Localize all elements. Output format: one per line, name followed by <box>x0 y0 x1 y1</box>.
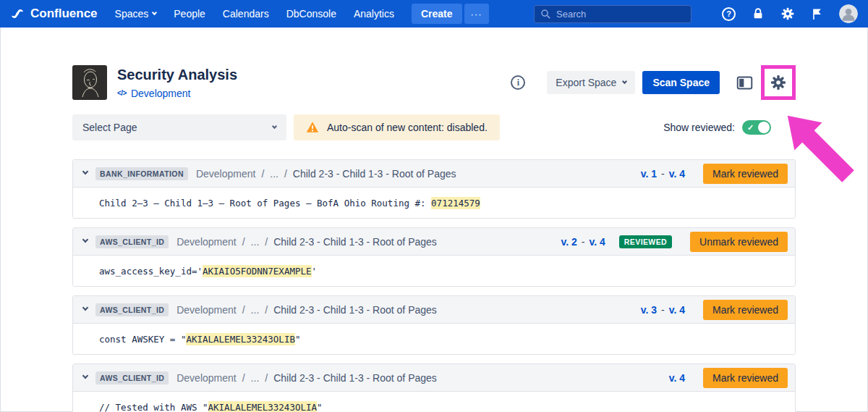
finding-type-badge: AWS_CLIENT_ID <box>95 303 169 316</box>
secret-highlight: AKIAIO5FODNN7EXAMPLE <box>203 265 312 277</box>
search-box[interactable] <box>534 5 692 23</box>
gear-icon <box>770 74 787 91</box>
create-group: Create ··· <box>412 4 489 24</box>
finding-card: AWS_CLIENT_ID Development / ... / Child … <box>72 295 796 355</box>
finding-header[interactable]: AWS_CLIENT_ID Development / ... / Child … <box>73 228 795 256</box>
code-line: Child 2–3 – Child 1–3 – Root of Pages – … <box>99 197 480 209</box>
finding-snippet: aws_access_key_id='AKIAIO5FODNN7EXAMPLE' <box>73 256 795 286</box>
panel-icon <box>736 75 753 91</box>
header-actions: i Export Space Scan Space <box>511 65 796 100</box>
annotation-highlight-box <box>761 65 796 100</box>
title-block: Security Analysis </> Development <box>117 67 237 99</box>
show-reviewed-label: Show reviewed: <box>663 122 735 133</box>
admin-lock-button[interactable] <box>752 7 765 20</box>
finding-type-badge: AWS_CLIENT_ID <box>95 235 169 248</box>
chevron-down-icon <box>622 79 627 84</box>
chevron-down-icon[interactable] <box>82 305 88 311</box>
help-button[interactable]: ? <box>722 7 736 21</box>
brand-name: Confluence <box>30 7 98 21</box>
secret-highlight: AKIALALEMEL33243OLIA <box>208 401 318 412</box>
toolbar-row: Select Page Auto-scan of new content: di… <box>72 114 796 140</box>
mark-reviewed-button[interactable]: Mark reviewed <box>703 300 788 320</box>
settings-button[interactable] <box>780 7 795 21</box>
finding-card: AWS_CLIENT_ID Development / ... / Child … <box>72 227 796 287</box>
nav-icons: ? <box>722 4 858 23</box>
code-line: aws_access_key_id='AKIAIO5FODNN7EXAMPLE' <box>99 265 317 277</box>
version-range: v. 4 <box>669 372 685 384</box>
version-range: v. 2 - v. 4 <box>561 236 605 248</box>
finding-snippet: // Tested with AWS "AKIALALEMEL33243OLIA… <box>73 392 795 412</box>
select-page-dropdown[interactable]: Select Page <box>72 114 286 140</box>
code-line: // Tested with AWS "AKIALALEMEL33243OLIA… <box>99 401 323 412</box>
unmark-reviewed-button[interactable]: Unmark reviewed <box>690 232 788 252</box>
nav-item-people[interactable]: People <box>174 8 205 20</box>
finding-header[interactable]: AWS_CLIENT_ID Development / ... / Child … <box>73 364 795 392</box>
mark-reviewed-button[interactable]: Mark reviewed <box>703 368 788 388</box>
chevron-down-icon <box>272 124 277 129</box>
user-avatar <box>839 4 858 23</box>
nav-item-calendars[interactable]: Calendars <box>223 8 269 20</box>
nav-item-analytics[interactable]: Analytics <box>354 8 394 20</box>
finding-type-badge: AWS_CLIENT_ID <box>95 371 169 384</box>
breadcrumb: Development / ... / Child 2-3 - Child 1-… <box>196 168 456 180</box>
finding-type-badge: BANK_INFORMATION <box>95 167 188 180</box>
check-icon: ✓ <box>747 122 754 133</box>
space-header: Security Analysis </> Development i Expo… <box>72 65 796 100</box>
code-line: const AWSKEY = "AKIALALEMEL33243OLIB" <box>99 333 300 345</box>
mark-reviewed-button[interactable]: Mark reviewed <box>703 164 788 184</box>
secret-highlight: AKIALALEMEL33243OLIB <box>186 333 295 345</box>
reviewed-badge: REVIEWED <box>619 235 672 248</box>
version-from-link[interactable]: v. 2 <box>561 236 577 248</box>
create-button[interactable]: Create <box>412 4 462 24</box>
breadcrumb: Development / ... / Child 2-3 - Child 1-… <box>176 372 437 384</box>
panel-toggle-button[interactable] <box>734 72 755 93</box>
flag-icon <box>811 8 823 20</box>
lock-icon <box>752 7 765 20</box>
version-to-link[interactable]: v. 4 <box>669 304 685 316</box>
chevron-down-icon[interactable] <box>82 169 88 175</box>
info-button[interactable]: i <box>511 75 525 90</box>
version-range: v. 3 - v. 4 <box>641 304 685 316</box>
chevron-down-icon <box>152 10 157 15</box>
chevron-down-icon[interactable] <box>82 237 88 243</box>
breadcrumb: Development / ... / Child 2-3 - Child 1-… <box>176 236 437 248</box>
more-button[interactable]: ··· <box>464 4 489 24</box>
help-icon: ? <box>722 7 736 21</box>
top-nav: Confluence Spaces People Calendars DbCon… <box>0 0 868 28</box>
finding-header[interactable]: BANK_INFORMATION Development / ... / Chi… <box>73 160 795 188</box>
profile-button[interactable] <box>839 4 858 23</box>
version-from-link[interactable]: v. 1 <box>641 168 657 180</box>
export-space-button[interactable]: Export Space <box>547 71 635 94</box>
page-title: Security Analysis <box>117 67 237 83</box>
space-link[interactable]: </> Development <box>117 88 237 99</box>
finding-snippet: const AWSKEY = "AKIALALEMEL33243OLIB" <box>73 324 795 354</box>
space-settings-button[interactable] <box>768 72 788 93</box>
search-input[interactable] <box>556 9 685 20</box>
version-to-link[interactable]: v. 4 <box>669 168 685 180</box>
show-reviewed-group: Show reviewed: ✓ <box>663 120 771 135</box>
show-reviewed-toggle[interactable]: ✓ <box>742 120 771 135</box>
info-icon: i <box>517 77 519 88</box>
scan-space-button[interactable]: Scan Space <box>642 71 720 94</box>
nav-item-dbconsole[interactable]: DbConsole <box>286 8 336 20</box>
nav-item-spaces[interactable]: Spaces <box>115 8 157 20</box>
warning-icon <box>306 121 319 134</box>
version-range: v. 1 - v. 4 <box>641 168 685 180</box>
confluence-logo[interactable]: Confluence <box>10 7 98 21</box>
finding-card: AWS_CLIENT_ID Development / ... / Child … <box>72 363 796 412</box>
chevron-down-icon[interactable] <box>82 373 88 379</box>
finding-header[interactable]: AWS_CLIENT_ID Development / ... / Child … <box>73 296 795 324</box>
finding-snippet: Child 2–3 – Child 1–3 – Root of Pages – … <box>73 188 795 218</box>
breadcrumb: Development / ... / Child 2-3 - Child 1-… <box>176 304 437 316</box>
version-to-link[interactable]: v. 4 <box>590 236 605 248</box>
findings-list: BANK_INFORMATION Development / ... / Chi… <box>72 159 796 412</box>
autoscan-warning-banner: Auto-scan of new content: disabled. <box>294 114 500 140</box>
main-content: Security Analysis </> Development i Expo… <box>0 28 868 412</box>
finding-card: BANK_INFORMATION Development / ... / Chi… <box>72 159 796 219</box>
code-icon: </> <box>117 89 127 97</box>
version-to-link[interactable]: v. 4 <box>669 372 685 384</box>
gear-icon <box>780 7 795 21</box>
flag-button[interactable] <box>811 8 823 20</box>
secret-highlight: 071214579 <box>431 197 480 209</box>
version-from-link[interactable]: v. 3 <box>641 304 657 316</box>
